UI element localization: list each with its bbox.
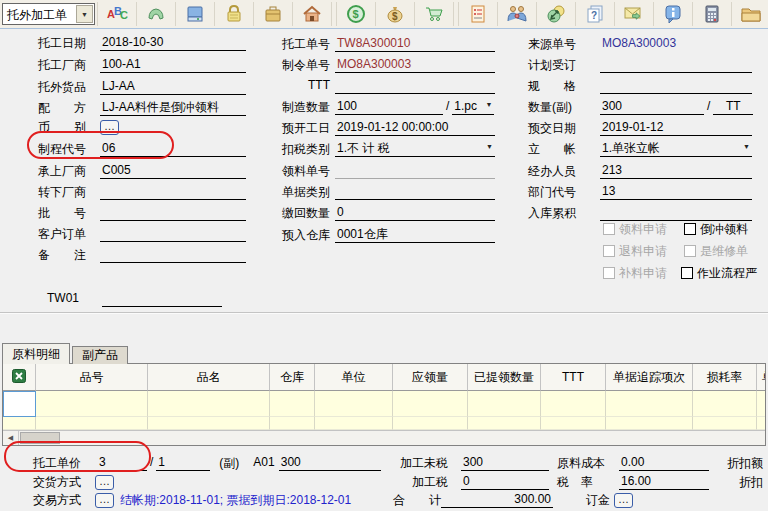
spell-check-button[interactable]: ABC — [100, 1, 134, 27]
field-value[interactable]: 2019-01-12 — [600, 120, 752, 136]
field-value[interactable]: 2019-01-12 00:00:00 — [335, 120, 495, 136]
doc-type-combobox[interactable]: 托外加工单 ▼ — [2, 3, 95, 25]
transfer-button[interactable] — [539, 1, 573, 27]
per-qty-value[interactable]: 1 — [156, 455, 210, 471]
field-value[interactable]: MO8A300003 — [600, 36, 752, 52]
info-button[interactable] — [656, 1, 690, 27]
export-excel-button[interactable] — [3, 364, 36, 391]
field-value[interactable]: MO8A300003 — [335, 57, 495, 73]
col-header-item-no[interactable]: 品号 — [36, 364, 148, 391]
field-value[interactable]: LJ-AA料件是倒冲领料 — [100, 100, 246, 116]
field-label: 托工单号 — [264, 36, 330, 52]
computer-button[interactable] — [178, 1, 212, 27]
chevron-down-icon[interactable]: ▼ — [76, 5, 93, 23]
dropdown-arrow-icon[interactable]: ▼ — [486, 139, 493, 154]
checkbox-icon[interactable] — [684, 223, 696, 235]
users-button[interactable] — [500, 1, 534, 27]
field-label: 折扣额 — [727, 455, 763, 471]
checkbox-backflush[interactable]: 倒冲领料 — [684, 221, 748, 238]
unit-price-value[interactable]: 3 — [83, 455, 147, 471]
checkbox-supplement-request[interactable]: 补料申请 — [603, 265, 667, 282]
mail-button[interactable] — [617, 1, 651, 27]
field-value[interactable] — [335, 163, 495, 179]
scrollbar-thumb[interactable] — [20, 432, 60, 444]
cart-button[interactable] — [417, 1, 451, 27]
checkbox-icon[interactable] — [603, 245, 615, 257]
col-header-clipped[interactable]: 单 — [757, 364, 766, 391]
field-value[interactable]: 0.00 — [619, 455, 709, 471]
dropdown-arrow-icon[interactable]: ▼ — [485, 97, 492, 112]
ellipsis-button[interactable]: … — [614, 493, 633, 508]
col-header-warehouse[interactable]: 仓库 — [270, 364, 315, 391]
field-value[interactable]: 213 — [600, 163, 752, 179]
home-button[interactable] — [295, 1, 329, 27]
field-value[interactable] — [600, 57, 752, 73]
field-value[interactable] — [100, 226, 246, 242]
site-code-value[interactable] — [102, 291, 222, 307]
field-value[interactable] — [335, 184, 495, 200]
price-code-value[interactable]: 300 — [279, 455, 381, 471]
scroll-left-button[interactable]: ◀ — [3, 431, 19, 445]
tab-material-detail[interactable]: 原料明细 — [2, 343, 70, 364]
field-value[interactable]: 100 — [335, 99, 443, 115]
field-value[interactable]: 1.单张立帐▼ — [600, 141, 752, 157]
coin-button[interactable]: $ — [339, 1, 373, 27]
moneybag-button[interactable]: $ — [378, 1, 412, 27]
col-header-ttt[interactable]: TTT — [541, 364, 606, 391]
field-value[interactable]: 0001仓库 — [335, 227, 495, 243]
ellipsis-button[interactable]: … — [95, 475, 114, 490]
col-header-required-qty[interactable]: 应领量 — [393, 364, 468, 391]
field-value[interactable]: 1.不 计 税▼ — [335, 141, 495, 157]
field-value[interactable]: LJ-AA — [100, 79, 246, 95]
unit-value[interactable]: TT — [713, 99, 753, 115]
col-header-loss-rate[interactable]: 损耗率 — [693, 364, 757, 391]
col-header-picked-qty[interactable]: 已提领数量 — [468, 364, 541, 391]
field-label: 单据类别 — [264, 184, 330, 200]
horizontal-scrollbar[interactable]: ◀ — [3, 430, 766, 445]
field-value[interactable]: 06 — [100, 141, 246, 157]
field-value[interactable]: TW8A300010 — [335, 36, 495, 52]
folder-button[interactable] — [734, 1, 768, 27]
tab-byproduct[interactable]: 副产品 — [72, 346, 128, 364]
checkbox-icon[interactable] — [684, 245, 696, 257]
checkbox-icon[interactable] — [603, 267, 615, 279]
field-value[interactable] — [600, 78, 752, 94]
field-value[interactable] — [100, 205, 246, 221]
checkbox-icon[interactable] — [603, 223, 615, 235]
field-value[interactable]: 16.00 — [619, 474, 709, 490]
field-value[interactable] — [335, 78, 495, 94]
phone-button[interactable] — [139, 1, 173, 27]
ellipsis-button[interactable]: … — [95, 493, 114, 508]
briefcase-button[interactable] — [256, 1, 290, 27]
field-value[interactable]: 0 — [335, 205, 495, 221]
calculator-button[interactable] — [695, 1, 729, 27]
field-value[interactable]: 13 — [600, 184, 752, 200]
field-value[interactable]: 300 — [600, 99, 704, 115]
checkbox-workflow-strict[interactable]: 作业流程严 — [681, 265, 757, 282]
field-value[interactable]: 2018-10-30 — [100, 35, 246, 51]
field-value[interactable]: 300.00 — [441, 492, 553, 508]
field-value[interactable]: C005 — [100, 163, 246, 179]
field-value[interactable] — [600, 205, 752, 221]
col-header-unit[interactable]: 单位 — [315, 364, 393, 391]
field-value[interactable]: 300 — [461, 455, 549, 471]
field-value[interactable] — [100, 247, 246, 263]
grid-row[interactable] — [3, 391, 765, 417]
lock-button[interactable] — [217, 1, 251, 27]
ellipsis-button[interactable]: … — [100, 120, 119, 135]
checkbox-icon[interactable] — [681, 267, 693, 279]
form-button[interactable] — [461, 1, 495, 27]
checkbox-return-request[interactable]: 退料申请 — [603, 243, 667, 260]
grid-row[interactable] — [3, 417, 765, 430]
field-value[interactable] — [100, 184, 246, 200]
field-value[interactable]: 0 — [461, 474, 549, 490]
checkbox-repair-order[interactable]: 是维修单 — [684, 243, 748, 260]
unit-select[interactable]: 1.pc▼ — [452, 99, 494, 115]
help-doc-button[interactable]: ? — [578, 1, 612, 27]
row-selector-cell[interactable] — [3, 391, 36, 417]
col-header-doc-trace[interactable]: 单据追踪项次 — [606, 364, 693, 391]
field-value[interactable]: 100-A1 — [100, 57, 246, 73]
checkbox-material-request[interactable]: 领料申请 — [603, 221, 667, 238]
dropdown-arrow-icon[interactable]: ▼ — [743, 139, 750, 154]
col-header-item-name[interactable]: 品名 — [148, 364, 270, 391]
